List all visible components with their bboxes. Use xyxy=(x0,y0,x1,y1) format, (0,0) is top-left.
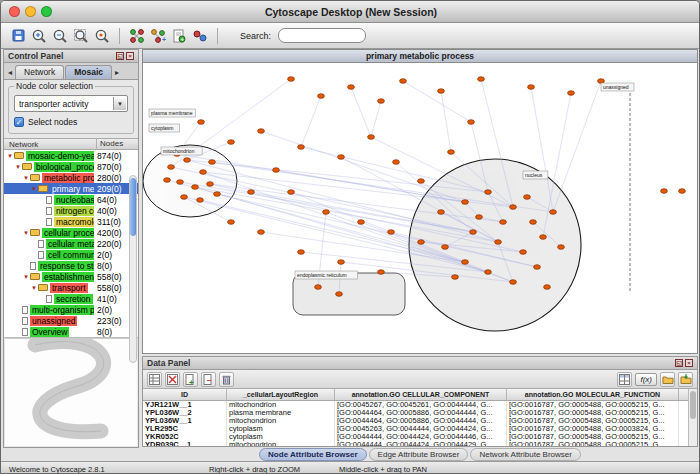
network-node[interactable] xyxy=(200,170,207,175)
close-window-button[interactable] xyxy=(9,6,20,17)
network-node[interactable] xyxy=(378,99,385,104)
open-folder-icon[interactable] xyxy=(660,372,675,387)
column-header[interactable]: ID xyxy=(143,389,227,401)
network-node[interactable] xyxy=(418,240,425,245)
network-node[interactable] xyxy=(438,89,445,94)
zoom-out-icon[interactable] xyxy=(51,27,69,45)
network-node[interactable] xyxy=(485,190,492,195)
network-node[interactable] xyxy=(534,265,541,270)
search-input[interactable] xyxy=(278,28,366,43)
network-node[interactable] xyxy=(470,230,477,235)
network-view-titlebar[interactable]: primary metabolic process xyxy=(143,50,697,63)
network-node[interactable] xyxy=(598,79,605,84)
tree-item[interactable]: cellular metabo220(0) xyxy=(4,238,138,249)
search-dropdown-arrow-icon[interactable]: ▼ xyxy=(0,35,2,41)
trash-icon[interactable] xyxy=(219,372,234,387)
network-node[interactable] xyxy=(318,94,325,99)
network-node[interactable] xyxy=(558,245,565,250)
table-row[interactable]: YLR295Ccytoplasm[GO:0045263, GO:0044444,… xyxy=(143,425,697,433)
network-node[interactable] xyxy=(510,205,517,210)
minimize-window-button[interactable] xyxy=(25,6,36,17)
network-node[interactable] xyxy=(214,192,221,197)
tree-column-network[interactable]: Network xyxy=(4,140,38,149)
tree-item[interactable]: cell communicat2(0) xyxy=(4,249,138,260)
network-node[interactable] xyxy=(248,190,255,195)
network-node[interactable] xyxy=(393,160,400,165)
network-node[interactable] xyxy=(528,85,535,90)
tree-item[interactable]: ▾mosaic-demo-yeast874(0) xyxy=(4,150,138,161)
network-node[interactable] xyxy=(323,210,330,215)
network-node[interactable] xyxy=(495,240,502,245)
table-row[interactable]: YJR121W__1mitochondrion[GO:0045267, GO:0… xyxy=(143,401,697,409)
network-node[interactable] xyxy=(298,145,305,150)
delete-attribute-icon[interactable]: − xyxy=(201,372,216,387)
network-node[interactable] xyxy=(462,260,469,265)
expand-arrow-icon[interactable]: ▾ xyxy=(30,284,38,292)
expand-arrow-icon[interactable]: ▾ xyxy=(22,174,30,182)
network-node[interactable] xyxy=(348,85,355,90)
network-node[interactable] xyxy=(209,160,216,165)
close-panel-icon[interactable]: × xyxy=(685,359,693,367)
network-node[interactable] xyxy=(258,230,265,235)
network-node[interactable] xyxy=(388,230,395,235)
tab-scroll-left-icon[interactable]: ◂ xyxy=(6,68,14,79)
expand-arrow-icon[interactable]: ▾ xyxy=(6,152,14,160)
network-node[interactable] xyxy=(442,245,449,250)
zoom-fit-icon[interactable] xyxy=(72,27,90,45)
tree-item[interactable]: Overview8(0) xyxy=(4,326,138,337)
network-node[interactable] xyxy=(198,120,205,125)
import-attributes-icon[interactable] xyxy=(678,372,693,387)
float-panel-icon[interactable]: ◱ xyxy=(675,359,683,367)
table-scrollbar-thumb[interactable] xyxy=(690,391,696,419)
network-node[interactable] xyxy=(485,270,492,275)
save-session-icon[interactable] xyxy=(9,27,27,45)
network-node[interactable] xyxy=(164,178,171,183)
column-header[interactable]: annotation.GO CELLULAR_COMPONENT xyxy=(335,389,507,401)
network-node[interactable] xyxy=(510,280,517,285)
network-canvas[interactable]: mitochondrionnucleusendoplasmic reticulu… xyxy=(143,63,697,353)
zoom-selected-icon[interactable] xyxy=(93,27,111,45)
network-node[interactable] xyxy=(315,285,322,290)
table-row[interactable]: YKR052Ccytoplasm[GO:0044444, GO:0044424,… xyxy=(143,433,697,441)
network-node[interactable] xyxy=(530,220,537,225)
new-network-from-selection-icon[interactable]: + xyxy=(149,27,167,45)
tree-item[interactable]: nitrogen compo40(0) xyxy=(4,205,138,216)
network-node[interactable] xyxy=(468,120,475,125)
tree-item[interactable]: ▾primary metabol209(0) xyxy=(4,183,138,194)
network-overview-thumbnail[interactable] xyxy=(5,338,137,446)
float-panel-icon[interactable]: ◱ xyxy=(116,52,124,60)
window-titlebar[interactable]: Cytoscape Desktop (New Session) xyxy=(1,1,700,23)
network-node[interactable] xyxy=(197,198,204,203)
tab-edge-attribute-browser[interactable]: Edge Attribute Browser xyxy=(369,448,469,461)
tree-scrollbar[interactable] xyxy=(129,175,137,363)
table-row[interactable]: YDR039C__1mitochondrion[GO:0044444, GO:0… xyxy=(143,441,697,447)
network-node[interactable] xyxy=(368,135,375,140)
tree-item[interactable]: response to stimu8(0) xyxy=(4,260,138,271)
tab-scroll-right-icon[interactable]: ▸ xyxy=(113,68,121,79)
network-node[interactable] xyxy=(400,79,407,84)
network-node[interactable] xyxy=(438,210,445,215)
tree-item[interactable]: unassigned223(0) xyxy=(4,315,138,326)
network-node[interactable] xyxy=(540,235,547,240)
network-node[interactable] xyxy=(679,189,686,194)
network-node[interactable] xyxy=(338,155,345,160)
network-node[interactable] xyxy=(452,275,459,280)
network-node[interactable] xyxy=(358,220,365,225)
select-nodes-checkbox[interactable]: ✓ xyxy=(14,117,24,127)
network-node[interactable] xyxy=(478,77,485,82)
network-node[interactable] xyxy=(520,250,527,255)
network-node[interactable] xyxy=(448,150,455,155)
network-node[interactable] xyxy=(288,190,295,195)
close-panel-icon[interactable]: × xyxy=(126,52,134,60)
tree-column-nodes[interactable]: Nodes xyxy=(96,138,123,150)
expand-arrow-icon[interactable]: ▾ xyxy=(22,229,30,237)
tab-network-attribute-browser[interactable]: Network Attribute Browser xyxy=(470,448,580,461)
expand-arrow-icon[interactable]: ▾ xyxy=(14,163,22,171)
zoom-window-button[interactable] xyxy=(41,6,52,17)
first-neighbors-icon[interactable] xyxy=(128,27,146,45)
vizmapper-icon[interactable] xyxy=(191,27,209,45)
network-node[interactable] xyxy=(500,220,507,225)
select-nodes-row[interactable]: ✓ Select nodes xyxy=(12,116,130,128)
network-node[interactable] xyxy=(338,260,345,265)
expand-arrow-icon[interactable]: ▾ xyxy=(30,185,38,193)
